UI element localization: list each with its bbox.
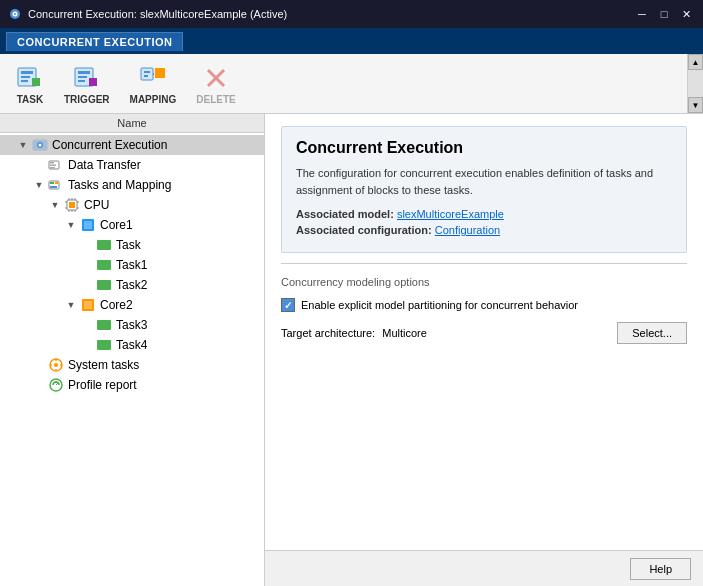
scroll-up-arrow[interactable]: ▲	[688, 54, 703, 70]
tree-item-task2[interactable]: ▶ Task2	[0, 275, 264, 295]
svg-rect-24	[50, 162, 54, 164]
svg-rect-32	[69, 202, 75, 208]
svg-rect-16	[155, 68, 165, 78]
help-button[interactable]: Help	[630, 558, 691, 580]
toggle-core2[interactable]: ▼	[64, 298, 78, 312]
ce-icon	[32, 137, 48, 153]
trigger-toolbar-item[interactable]: TRIGGER	[56, 60, 118, 109]
svg-point-53	[54, 363, 58, 367]
window-controls: ─ □ ✕	[633, 5, 695, 23]
task-label: TASK	[17, 94, 43, 105]
scroll-down-arrow[interactable]: ▼	[688, 97, 703, 113]
dt-icon	[48, 157, 64, 173]
main-content: Name ▼ Concurrent Execution	[0, 114, 703, 586]
options-section: Concurrency modeling options ✓ Enable ex…	[281, 263, 687, 344]
tree-item-core2[interactable]: ▼ Core2	[0, 295, 264, 315]
enable-partitioning-row: ✓ Enable explicit model partitioning for…	[281, 298, 687, 312]
task3-label: Task3	[114, 318, 147, 332]
menu-bar: CONCURRENT EXECUTION	[0, 28, 703, 54]
svg-rect-28	[50, 182, 54, 184]
core2-label: Core2	[98, 298, 133, 312]
svg-rect-5	[21, 76, 30, 78]
task-icon	[16, 64, 44, 92]
tree-item-task4[interactable]: ▶ Task4	[0, 335, 264, 355]
svg-rect-13	[141, 68, 153, 80]
core2-icon	[80, 297, 96, 313]
tree-item-task1[interactable]: ▶ Task1	[0, 255, 264, 275]
mapping-label: MAPPING	[130, 94, 177, 105]
toolbar-scrollbar: ▲ ▼	[687, 54, 703, 113]
target-value: Multicore	[382, 327, 427, 339]
associated-config-row: Associated configuration: Configuration	[296, 224, 672, 236]
prof-icon	[48, 377, 64, 393]
svg-rect-7	[32, 78, 40, 86]
svg-rect-30	[50, 186, 57, 188]
core1-icon	[80, 217, 96, 233]
tm-icon	[48, 177, 64, 193]
associated-config-link[interactable]: Configuration	[435, 224, 500, 236]
svg-point-59	[55, 381, 57, 383]
close-button[interactable]: ✕	[677, 5, 695, 23]
tree-item-ce[interactable]: ▼ Concurrent Execution	[0, 135, 264, 155]
svg-rect-46	[97, 260, 111, 270]
toggle-ce[interactable]: ▼	[16, 138, 30, 152]
tree-item-cpu[interactable]: ▼	[0, 195, 264, 215]
task1-icon	[96, 257, 112, 273]
svg-rect-12	[89, 78, 97, 86]
title-bar: Concurrent Execution: slexMulticoreExamp…	[0, 0, 703, 28]
enable-partitioning-checkbox[interactable]: ✓	[281, 298, 295, 312]
tree-item-sys[interactable]: ▶ System tasks	[0, 355, 264, 375]
tree-item-core1[interactable]: ▼ Core1	[0, 215, 264, 235]
delete-toolbar-item[interactable]: DELETE	[188, 60, 243, 109]
mapping-icon	[139, 64, 167, 92]
toggle-cpu[interactable]: ▼	[48, 198, 62, 212]
sys-icon	[48, 357, 64, 373]
prof-label: Profile report	[66, 378, 137, 392]
svg-rect-45	[97, 240, 111, 250]
task2-icon	[96, 277, 112, 293]
concurrent-execution-tab[interactable]: CONCURRENT EXECUTION	[6, 32, 183, 51]
svg-rect-29	[55, 182, 58, 184]
svg-rect-6	[21, 80, 28, 82]
toggle-core1[interactable]: ▼	[64, 218, 78, 232]
trigger-label: TRIGGER	[64, 94, 110, 105]
task4-icon	[96, 337, 112, 353]
tree-container: ▼ Concurrent Execution ▶	[0, 133, 264, 586]
maximize-button[interactable]: □	[655, 5, 673, 23]
task-toolbar-item[interactable]: TASK	[8, 60, 52, 109]
tree-item-tm[interactable]: ▼ Tasks and Mapping	[0, 175, 264, 195]
tree-item-task3[interactable]: ▶ Task3	[0, 315, 264, 335]
task2-label: Task2	[114, 278, 147, 292]
task-icon-tree	[96, 237, 112, 253]
task-label-tree: Task	[114, 238, 141, 252]
info-title: Concurrent Execution	[296, 139, 672, 157]
info-description: The configuration for concurrent executi…	[296, 165, 672, 198]
minimize-button[interactable]: ─	[633, 5, 651, 23]
svg-rect-47	[97, 280, 111, 290]
tm-label: Tasks and Mapping	[66, 178, 171, 192]
task1-label: Task1	[114, 258, 147, 272]
target-architecture-label: Target architecture: Multicore	[281, 327, 427, 339]
ce-label: Concurrent Execution	[50, 138, 167, 152]
tree-header: Name	[0, 114, 264, 133]
app-icon	[8, 7, 22, 21]
svg-rect-9	[78, 71, 90, 74]
target-architecture-row: Target architecture: Multicore Select...	[281, 322, 687, 344]
window-title: Concurrent Execution: slexMulticoreExamp…	[28, 8, 287, 20]
associated-model-label: Associated model:	[296, 208, 394, 220]
svg-rect-49	[84, 301, 92, 309]
associated-model-link[interactable]: slexMulticoreExample	[397, 208, 504, 220]
checkmark-icon: ✓	[284, 300, 292, 311]
toggle-tm[interactable]: ▼	[32, 178, 46, 192]
svg-rect-26	[50, 167, 55, 169]
svg-rect-25	[50, 165, 56, 167]
tree-item-prof[interactable]: ▶ Profile report	[0, 375, 264, 395]
info-card: Concurrent Execution The configuration f…	[281, 126, 687, 253]
enable-partitioning-label: Enable explicit model partitioning for c…	[301, 299, 578, 311]
svg-line-60	[56, 383, 58, 385]
cpu-label: CPU	[82, 198, 109, 212]
tree-item-dt[interactable]: ▶ Data Transfer	[0, 155, 264, 175]
tree-item-task[interactable]: ▶ Task	[0, 235, 264, 255]
select-button[interactable]: Select...	[617, 322, 687, 344]
mapping-toolbar-item[interactable]: MAPPING	[122, 60, 185, 109]
